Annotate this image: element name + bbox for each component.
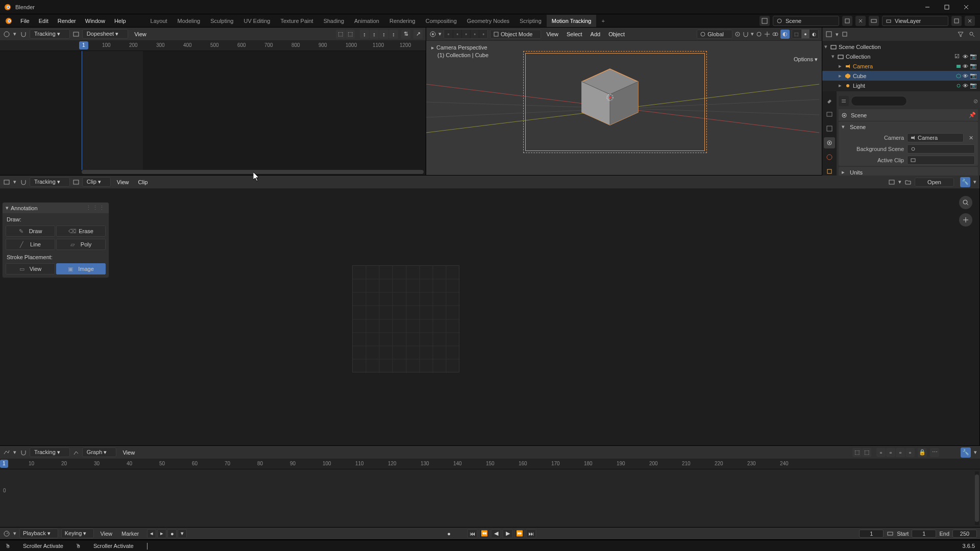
add-workspace-button[interactable]: + <box>596 16 609 26</box>
viewport-object-menu[interactable]: Object <box>605 30 628 38</box>
magnet-icon[interactable] <box>20 179 27 185</box>
record-icon[interactable]: ● <box>444 529 454 538</box>
tab-motion-tracking[interactable]: Motion Tracking <box>547 15 597 27</box>
start-frame-input[interactable]: 1 <box>912 530 936 538</box>
menu-file[interactable]: File <box>16 16 34 26</box>
gizmo-icon[interactable] <box>764 31 770 37</box>
annotation-title[interactable]: Annotation <box>11 205 38 211</box>
eye-icon[interactable]: 👁 <box>962 82 969 89</box>
mode-edge[interactable]: ▫ <box>453 30 461 38</box>
light-data-icon[interactable] <box>955 83 962 89</box>
sort-btn-4[interactable]: ↕ <box>389 30 398 39</box>
tab-sculpting[interactable]: Sculpting <box>205 15 238 27</box>
shading-solid[interactable]: ● <box>801 30 810 38</box>
viewport-select-menu[interactable]: Select <box>564 30 585 38</box>
graph-mode-icon[interactable] <box>73 449 79 456</box>
tab-geometry-nodes[interactable]: Geometry Nodes <box>462 15 514 27</box>
outliner-display-mode-icon[interactable] <box>842 31 848 37</box>
dopesheet-view-menu[interactable]: View <box>131 30 150 38</box>
play-reverse-button[interactable]: ◀ <box>491 529 501 538</box>
tab-texture-paint[interactable]: Texture Paint <box>275 15 318 27</box>
interaction-mode-dropdown[interactable]: Object Mode <box>490 30 541 39</box>
panel-grip-icon[interactable]: ⋮⋮⋮ <box>86 205 106 211</box>
graph-extra-btn[interactable]: ⋯ <box>930 448 939 457</box>
remove-scene-button[interactable] <box>855 16 866 26</box>
orientation-dropdown[interactable]: Global <box>697 30 732 39</box>
clip-icon[interactable] <box>73 31 79 37</box>
chevron-down-icon[interactable]: ▾ <box>438 31 442 37</box>
jump-prev-key-button[interactable]: ◂ <box>147 529 156 538</box>
camera-field[interactable]: Camera <box>907 133 964 142</box>
graph-vscroll[interactable] <box>975 471 979 525</box>
chevron-down-icon[interactable]: ▾ <box>13 449 17 456</box>
maximize-button[interactable] <box>937 1 957 13</box>
render-icon[interactable]: 📷 <box>970 82 977 89</box>
prop-tab-world[interactable] <box>824 152 835 163</box>
clear-camera-button[interactable]: ✕ <box>967 135 975 141</box>
camera-data-icon[interactable] <box>955 63 962 69</box>
new-scene-button[interactable] <box>842 16 852 26</box>
clip-mode-dropdown[interactable]: Clip ▾ <box>82 177 111 187</box>
auto-key-mode[interactable]: ▾ <box>178 529 187 538</box>
overlays-icon[interactable] <box>772 31 778 37</box>
filter-btn-1[interactable]: ⬚ <box>336 30 345 39</box>
sort-btn-1[interactable]: ↕ <box>360 30 369 39</box>
outliner-item-cube[interactable]: ▸ Cube 👁 📷 <box>822 71 980 81</box>
invert-btn[interactable]: ⇅ <box>401 30 410 39</box>
draw-button[interactable]: ✎Draw <box>6 226 55 237</box>
viewlayer-browse-icon[interactable] <box>869 16 879 26</box>
menu-render[interactable]: Render <box>54 16 80 26</box>
prop-tab-tool[interactable] <box>824 94 835 106</box>
tab-modeling[interactable]: Modeling <box>173 15 206 27</box>
section-units[interactable]: Units <box>850 169 863 176</box>
chevron-down-icon[interactable]: ▾ <box>898 179 901 185</box>
graph-view-menu[interactable]: View <box>119 448 138 457</box>
render-icon[interactable]: 📷 <box>970 53 977 60</box>
editor-type-icon[interactable] <box>3 31 10 38</box>
mode-extra2[interactable]: ▫ <box>479 30 487 38</box>
new-viewlayer-button[interactable] <box>951 16 962 26</box>
chevron-down-icon[interactable]: ▾ <box>13 179 17 185</box>
mode-face[interactable]: ▫ <box>461 30 470 38</box>
jump-next-key-button[interactable]: ▸ <box>157 529 166 538</box>
mode-extra1[interactable]: ▫ <box>470 30 479 38</box>
chevron-down-icon[interactable]: ▾ <box>836 31 839 38</box>
poly-button[interactable]: ▱Poly <box>56 239 106 250</box>
clip-tool-settings-toggle[interactable]: 🔧 <box>960 177 970 187</box>
dopesheet-mode-dropdown[interactable]: Dopesheet ▾ <box>82 29 128 39</box>
clip-view-menu[interactable]: View <box>114 178 132 186</box>
clip-tracking-dropdown[interactable]: Tracking ▾ <box>30 177 70 187</box>
prev-keyframe-button[interactable]: ⏪ <box>479 529 489 538</box>
clip-editor-type-icon[interactable] <box>3 179 10 186</box>
tab-rendering[interactable]: Rendering <box>384 15 421 27</box>
chevron-down-icon[interactable]: ▾ <box>973 179 976 185</box>
menu-edit[interactable]: Edit <box>35 16 53 26</box>
clip-open-button[interactable]: Open <box>915 178 954 187</box>
current-frame-input[interactable]: 1 <box>859 530 884 538</box>
pan-icon[interactable] <box>959 213 972 227</box>
graph-lock-btn[interactable]: 🔒 <box>918 448 927 457</box>
close-button[interactable] <box>957 1 976 13</box>
shading-material[interactable]: ◐ <box>810 30 818 38</box>
line-button[interactable]: ╱Line <box>6 239 55 250</box>
filter-btn-2[interactable]: ⬚ <box>346 30 355 39</box>
timeline-view-menu[interactable]: View <box>97 530 115 538</box>
remove-viewlayer-button[interactable] <box>965 16 975 26</box>
eye-icon[interactable]: 👁 <box>962 72 969 80</box>
tab-layout[interactable]: Layout <box>145 15 173 27</box>
tracking-mode-dropdown[interactable]: Tracking ▾ <box>30 29 70 39</box>
menu-help[interactable]: Help <box>110 16 130 26</box>
eye-icon[interactable]: 👁 <box>962 53 969 60</box>
jump-start-button[interactable]: ⏮ <box>468 529 478 538</box>
render-icon[interactable]: 📷 <box>970 72 977 80</box>
graph-body[interactable]: 0 <box>0 469 980 527</box>
minimize-button[interactable] <box>918 1 937 13</box>
outliner-item-light[interactable]: ▸ Light 👁 📷 <box>822 81 980 90</box>
tab-compositing[interactable]: Compositing <box>421 15 462 27</box>
keying-dropdown[interactable]: Keying ▾ <box>61 529 94 538</box>
graph-ruler[interactable]: 1 10 20 30 40 50 60 70 80 90 100 110 120… <box>0 459 980 469</box>
graph-filter-2[interactable]: ⬚ <box>862 448 871 457</box>
end-frame-input[interactable]: 250 <box>952 530 977 538</box>
search-icon[interactable] <box>969 31 977 37</box>
zoom-icon[interactable] <box>959 196 972 209</box>
